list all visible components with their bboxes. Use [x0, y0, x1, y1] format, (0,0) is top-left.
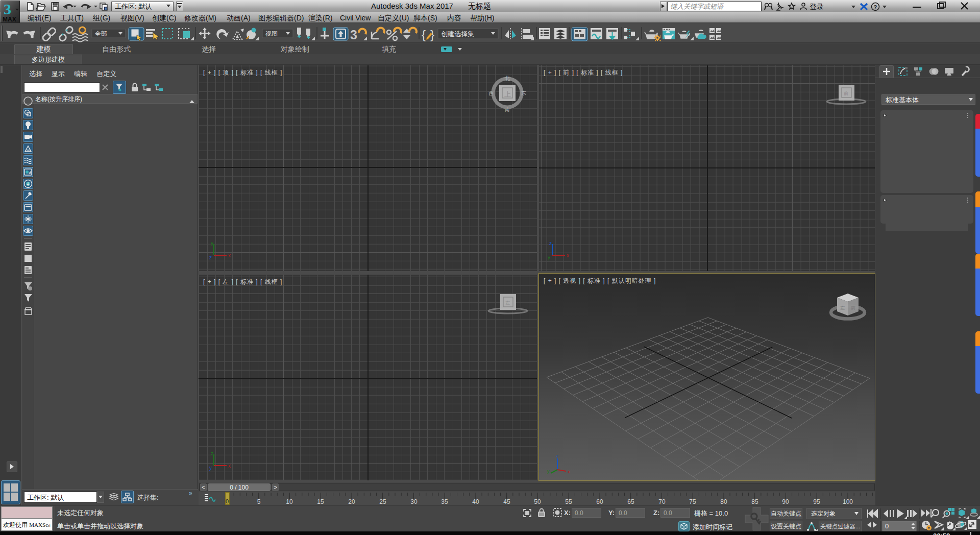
svg-text:80: 80: [720, 498, 727, 505]
svg-text:登录: 登录: [810, 3, 824, 11]
svg-text:z: z: [556, 453, 558, 458]
svg-text:3: 3: [350, 28, 357, 42]
svg-text:左: 左: [505, 300, 510, 305]
svg-text:x: x: [228, 463, 231, 469]
svg-text:全部: 全部: [95, 30, 107, 37]
svg-text:65: 65: [627, 498, 634, 505]
svg-text:30: 30: [410, 498, 418, 505]
svg-text:z: z: [211, 451, 213, 456]
svg-text:15: 15: [317, 498, 324, 505]
svg-text:55: 55: [565, 498, 572, 505]
svg-text:东: 东: [521, 90, 526, 96]
svg-text:创建选择集: 创建选择集: [441, 30, 474, 38]
svg-text:85: 85: [751, 498, 758, 505]
svg-text:x: x: [567, 253, 569, 258]
svg-text:75: 75: [689, 498, 696, 505]
svg-text:前: 前: [844, 91, 848, 96]
svg-text:35: 35: [441, 498, 448, 505]
svg-text:20: 20: [348, 498, 355, 505]
svg-text:90: 90: [782, 498, 789, 505]
svg-text:x: x: [568, 469, 570, 474]
svg-text:60: 60: [596, 498, 603, 505]
svg-text:南: 南: [505, 107, 510, 112]
svg-text:?: ?: [874, 4, 877, 10]
svg-text:z: z: [549, 240, 552, 246]
svg-text:西: 西: [488, 90, 494, 96]
svg-text:10: 10: [286, 498, 293, 505]
svg-text:z: z: [209, 255, 212, 260]
svg-text:40: 40: [472, 498, 479, 505]
svg-text:左: 左: [840, 305, 845, 310]
svg-text:y: y: [548, 255, 550, 260]
svg-text:北: 北: [505, 76, 510, 81]
svg-text:0: 0: [885, 522, 889, 530]
svg-text:x: x: [228, 253, 231, 258]
svg-text:{: {: [422, 28, 426, 41]
svg-text:25: 25: [379, 498, 386, 505]
svg-text:45: 45: [503, 498, 510, 505]
svg-text:70: 70: [658, 498, 666, 505]
svg-text:上: 上: [504, 90, 511, 98]
svg-text:95: 95: [813, 498, 820, 505]
svg-text:y: y: [211, 240, 213, 246]
svg-text:MAX: MAX: [3, 16, 16, 23]
svg-text:100: 100: [843, 498, 853, 505]
svg-text:3: 3: [4, 1, 11, 17]
svg-text:y: y: [209, 465, 212, 471]
svg-text:5: 5: [257, 498, 261, 505]
svg-text:前: 前: [851, 305, 855, 310]
svg-text:50: 50: [534, 498, 541, 505]
svg-text:y: y: [547, 469, 550, 474]
svg-text:视图: 视图: [265, 30, 278, 37]
